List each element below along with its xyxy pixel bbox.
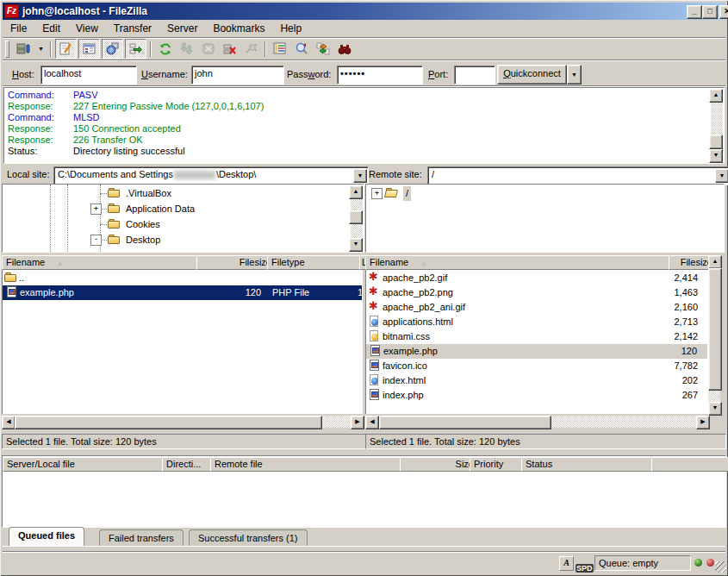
remote-hscrollbar-thumb[interactable] <box>379 416 551 429</box>
log-line: Command:MLSD <box>8 112 100 122</box>
local-file-list[interactable]: .. example.php 120 PHP File 1 <box>2 270 363 414</box>
scroll-up-icon[interactable]: ▲ <box>708 255 722 269</box>
log-scrollbar-thumb[interactable] <box>709 135 723 149</box>
local-hscrollbar-thumb[interactable] <box>15 416 322 429</box>
remote-directory-tree[interactable]: + / <box>365 184 725 253</box>
site-manager-dropdown[interactable]: ▼ <box>35 40 47 58</box>
synchronized-browsing-button[interactable] <box>313 40 333 58</box>
list-item[interactable]: .. <box>2 271 363 285</box>
close-button[interactable]: ✕ <box>719 5 728 19</box>
scroll-left-icon[interactable]: ◀ <box>2 416 16 429</box>
local-col-filetype[interactable]: Filetype <box>267 255 368 270</box>
menu-help[interactable]: Help <box>272 21 309 36</box>
local-tree-scrollbar-thumb[interactable] <box>349 210 363 224</box>
scroll-right-icon[interactable]: ▶ <box>696 416 710 429</box>
scroll-right-icon[interactable]: ▶ <box>351 416 364 429</box>
menu-edit[interactable]: Edit <box>34 21 68 36</box>
queue-col-blank[interactable] <box>651 457 728 472</box>
menu-bookmarks[interactable]: Bookmarks <box>205 21 272 36</box>
filename: example.php <box>383 344 438 359</box>
local-directory-tree[interactable]: .VirtualBox + Application Data Cookies -… <box>2 184 364 253</box>
queue-col-serverlocal[interactable]: Server/Local file <box>3 457 171 472</box>
username-input[interactable]: john <box>191 66 284 85</box>
message-log[interactable]: Command:PASV Response:227 Entering Passi… <box>3 87 725 164</box>
tree-expand-icon[interactable]: + <box>90 203 102 215</box>
log-line: Status:Directory listing successful <box>8 146 185 156</box>
toggle-remote-tree-button[interactable] <box>102 39 123 59</box>
find-files-button[interactable] <box>334 40 354 58</box>
queue-col-status[interactable]: Status <box>521 457 660 472</box>
list-item[interactable]: apache_pb2_ani.gif2,160 <box>365 300 708 315</box>
local-site-combo[interactable]: C:\Documents and Settings\Desktop\ ▼ <box>53 166 369 185</box>
list-item[interactable]: index.php267 <box>365 388 708 403</box>
host-input[interactable]: localhost <box>40 66 137 85</box>
magnifier-icon <box>295 42 308 56</box>
menu-transfer[interactable]: Transfer <box>106 21 159 36</box>
tree-item[interactable]: + Application Data <box>3 202 349 216</box>
folder-icon <box>108 203 121 215</box>
list-item[interactable]: bitnami.css2,142 <box>365 329 708 344</box>
scroll-up-icon[interactable]: ▲ <box>709 89 723 103</box>
process-queue-button[interactable] <box>177 40 196 58</box>
queue-col-size[interactable]: Size <box>400 457 478 472</box>
quickconnect-button[interactable]: Quickconnect <box>497 65 567 85</box>
filesize: 2,713 <box>646 315 698 329</box>
tab-successful-transfers[interactable]: Successful transfers (1) <box>189 529 308 546</box>
remote-list-scrollbar-thumb[interactable] <box>708 268 722 391</box>
menu-view[interactable]: View <box>68 21 106 36</box>
toggle-message-log-button[interactable] <box>55 39 77 59</box>
scroll-down-icon[interactable]: ▼ <box>349 238 363 252</box>
log-line: Response:150 Connection accepted <box>8 123 181 134</box>
tree-item[interactable]: .VirtualBox <box>3 186 349 201</box>
list-item[interactable]: applications.html2,713 <box>365 315 708 329</box>
list-item[interactable]: favicon.ico7,782 <box>365 359 708 373</box>
title-bar[interactable]: Fz john@localhost - FileZilla <box>3 3 725 20</box>
tree-expand-icon[interactable]: + <box>371 188 383 199</box>
resize-grip[interactable] <box>715 561 726 573</box>
quickconnect-dropdown[interactable]: ▼ <box>567 65 582 85</box>
scroll-down-icon[interactable]: ▼ <box>708 402 722 416</box>
port-input[interactable] <box>454 66 495 85</box>
chevron-down-icon[interactable]: ▼ <box>353 169 367 183</box>
tree-collapse-icon[interactable]: - <box>90 235 102 246</box>
tab-queued-files[interactable]: Queued files <box>9 527 84 546</box>
toggle-transfer-queue-button[interactable] <box>125 39 146 59</box>
cancel-button[interactable] <box>198 40 218 58</box>
scroll-left-icon[interactable]: ◀ <box>365 416 379 429</box>
remote-col-filename[interactable]: Filename▲ <box>365 255 677 270</box>
local-col-filename[interactable]: Filename▲ <box>2 255 205 270</box>
chevron-down-icon[interactable]: ▼ <box>715 169 728 183</box>
list-item[interactable]: apache_pb2.gif2,414 <box>365 271 708 285</box>
username-label: Username: <box>141 66 188 83</box>
tree-item[interactable]: - Desktop <box>3 233 349 247</box>
menu-file[interactable]: File <box>3 21 34 36</box>
reconnect-button[interactable] <box>241 40 261 58</box>
list-item[interactable]: apache_pb2.png1,463 <box>365 285 708 300</box>
minimize-button[interactable]: _ <box>687 5 702 19</box>
tree-item[interactable]: Cookies <box>3 217 349 232</box>
ascii-transfer-type-icon[interactable]: A <box>559 556 574 571</box>
transfer-queue[interactable]: Server/Local file Directi... Remote file… <box>2 455 726 528</box>
site-manager-button[interactable] <box>14 40 34 58</box>
scroll-down-icon[interactable]: ▼ <box>709 149 723 163</box>
filter-button[interactable] <box>270 40 289 58</box>
menu-server[interactable]: Server <box>159 21 205 36</box>
remote-file-list[interactable]: apache_pb2.gif2,414 apache_pb2.png1,463 … <box>365 270 708 414</box>
directory-comparison-button[interactable] <box>291 40 311 58</box>
list-item-selected[interactable]: example.php120 <box>366 344 707 359</box>
toolbar-grip[interactable] <box>5 41 9 58</box>
disconnect-button[interactable] <box>220 40 240 58</box>
queue-col-remotefile[interactable]: Remote file <box>210 457 408 472</box>
speed-limit-icon[interactable]: SPD <box>576 559 594 574</box>
local-col-filesize[interactable]: Filesize <box>196 255 276 270</box>
scroll-up-icon[interactable]: ▲ <box>349 185 363 199</box>
tree-item[interactable]: + / <box>366 186 719 201</box>
tab-failed-transfers[interactable]: Failed transfers <box>99 529 184 546</box>
maximize-button[interactable]: □ <box>702 5 718 19</box>
remote-site-combo[interactable]: / ▼ <box>427 166 728 185</box>
toggle-local-tree-button[interactable] <box>78 39 100 59</box>
refresh-button[interactable] <box>155 40 175 58</box>
list-item[interactable]: index.html202 <box>365 373 708 388</box>
list-item-selected[interactable]: example.php 120 PHP File 1 <box>3 285 362 300</box>
password-input[interactable]: •••••• <box>337 66 423 85</box>
